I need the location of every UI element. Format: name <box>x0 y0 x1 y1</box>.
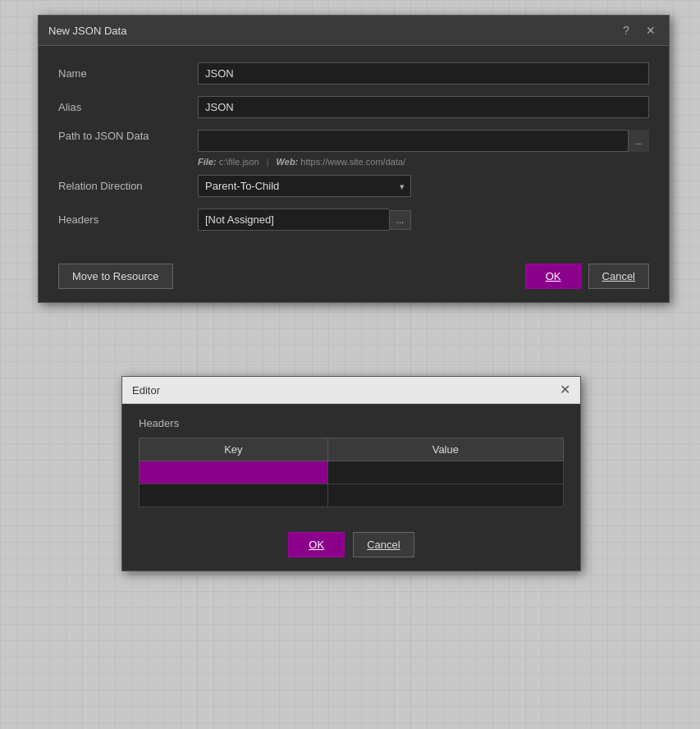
key-cell[interactable] <box>140 484 328 507</box>
editor-titlebar: Editor ✕ <box>122 377 580 404</box>
column-key: Key <box>140 438 328 461</box>
hint-file-label: File: <box>198 157 217 167</box>
editor-ok-button[interactable]: OK <box>288 532 345 557</box>
key-cell-active[interactable] <box>140 461 328 484</box>
headers-input[interactable] <box>198 209 389 231</box>
editor-table: Key Value <box>139 438 564 507</box>
main-dialog-titlebar: New JSON Data ? ✕ <box>39 16 669 46</box>
editor-section-label: Headers <box>139 417 564 429</box>
headers-label: Headers <box>58 213 198 226</box>
headers-browse-button[interactable]: ... <box>389 210 411 230</box>
move-to-resource-button[interactable]: Move to Resource <box>58 264 173 289</box>
alias-label: Alias <box>58 101 198 113</box>
footer-right-buttons: OK Cancel <box>525 264 649 289</box>
relation-direction-row: Relation Direction Parent-To-Child Child… <box>58 175 649 197</box>
value-cell[interactable] <box>327 484 563 507</box>
editor-dialog-title: Editor <box>132 384 160 397</box>
main-dialog-title: New JSON Data <box>48 25 126 37</box>
editor-footer: OK Cancel <box>122 520 580 571</box>
alias-input[interactable] <box>198 96 649 118</box>
relation-direction-select[interactable]: Parent-To-Child Child-To-Parent <box>198 175 411 197</box>
close-button[interactable]: ✕ <box>643 22 659 39</box>
hint-web-value: https://www.site.com/data/ <box>300 157 405 167</box>
name-label: Name <box>58 67 198 80</box>
path-browse-button[interactable]: ... <box>628 130 649 152</box>
headers-row: Headers ... <box>58 209 649 231</box>
editor-body: Headers Key Value <box>122 404 580 520</box>
table-row[interactable] <box>140 461 564 484</box>
headers-input-wrapper: ... <box>198 209 411 231</box>
path-input-wrapper: ... <box>198 130 649 152</box>
cancel-button[interactable]: Cancel <box>588 264 649 289</box>
help-button[interactable]: ? <box>618 22 634 39</box>
name-row: Name <box>58 62 649 85</box>
main-dialog: New JSON Data ? ✕ Name Alias Path to JSO… <box>38 15 670 303</box>
titlebar-controls: ? ✕ <box>618 22 659 39</box>
editor-dialog: Editor ✕ Headers Key Value <box>121 376 581 571</box>
path-label: Path to JSON Data <box>58 130 198 142</box>
alias-row: Alias <box>58 96 649 118</box>
hint-web-label: Web: <box>277 157 299 167</box>
table-header-row: Key Value <box>140 438 564 461</box>
ok-button[interactable]: OK <box>525 264 582 289</box>
dialog-body: Name Alias Path to JSON Data ... File: c… <box>39 46 669 255</box>
relation-direction-label: Relation Direction <box>58 180 198 192</box>
editor-close-button[interactable]: ✕ <box>560 383 570 397</box>
hint-separator: | <box>267 157 269 167</box>
path-hint: File: c:\file.json | Web: https://www.si… <box>58 157 649 167</box>
dialog-footer: Move to Resource OK Cancel <box>39 255 669 302</box>
relation-direction-wrapper: Parent-To-Child Child-To-Parent ▾ <box>198 175 649 197</box>
column-value: Value <box>327 438 563 461</box>
hint-file-value: c:\file.json <box>219 157 259 167</box>
table-row[interactable] <box>140 484 564 507</box>
path-row: Path to JSON Data ... <box>58 130 649 152</box>
value-cell[interactable] <box>327 461 563 484</box>
path-input[interactable] <box>198 130 649 152</box>
name-input[interactable] <box>198 62 649 85</box>
editor-cancel-button[interactable]: Cancel <box>353 532 414 557</box>
